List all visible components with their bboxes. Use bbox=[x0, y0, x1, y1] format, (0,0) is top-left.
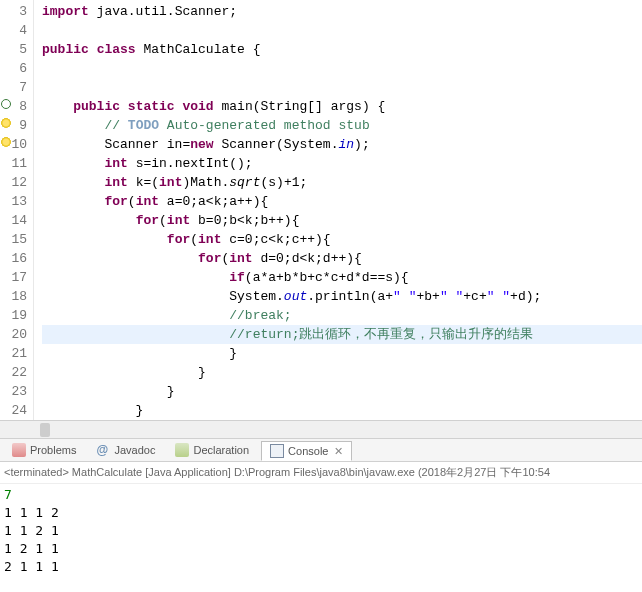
tab-problems[interactable]: Problems bbox=[4, 441, 84, 459]
line-number: 22 bbox=[0, 363, 33, 382]
lightbulb-icon bbox=[1, 118, 11, 128]
line-number-gutter: 3456789101112131415161718192021222324 bbox=[0, 0, 34, 420]
lightbulb-icon bbox=[1, 137, 11, 147]
line-number: 15 bbox=[0, 230, 33, 249]
line-number: 18 bbox=[0, 287, 33, 306]
views-tabbar[interactable]: Problems@JavadocDeclarationConsole✕ bbox=[0, 438, 642, 462]
override-marker-icon bbox=[1, 99, 11, 109]
horizontal-scrollbar[interactable] bbox=[0, 420, 642, 438]
code-line[interactable]: public static void main(String[] args) { bbox=[42, 97, 642, 116]
console-icon bbox=[270, 444, 284, 458]
line-number: 8 bbox=[0, 97, 33, 116]
console-input-line: 7 bbox=[4, 486, 638, 504]
code-line[interactable]: } bbox=[42, 382, 642, 401]
tab-label: Declaration bbox=[193, 444, 249, 456]
code-line[interactable]: public class MathCalculate { bbox=[42, 40, 642, 59]
problems-icon bbox=[12, 443, 26, 457]
tab-label: Problems bbox=[30, 444, 76, 456]
tab-label: Javadoc bbox=[114, 444, 155, 456]
console-output-line: 2 1 1 1 bbox=[4, 558, 638, 576]
declaration-icon bbox=[175, 443, 189, 457]
tab-javadoc[interactable]: @Javadoc bbox=[88, 441, 163, 459]
console-header: <terminated> MathCalculate [Java Applica… bbox=[0, 462, 642, 484]
line-number: 3 bbox=[0, 2, 33, 21]
line-number: 16 bbox=[0, 249, 33, 268]
line-number: 12 bbox=[0, 173, 33, 192]
console-output-line: 1 2 1 1 bbox=[4, 540, 638, 558]
scrollbar-thumb[interactable] bbox=[40, 423, 50, 437]
code-line[interactable] bbox=[42, 21, 642, 40]
line-number: 4 bbox=[0, 21, 33, 40]
console-output-line: 1 1 2 1 bbox=[4, 522, 638, 540]
code-line[interactable]: for(int d=0;d<k;d++){ bbox=[42, 249, 642, 268]
code-line[interactable] bbox=[42, 78, 642, 97]
line-number: 17 bbox=[0, 268, 33, 287]
code-line[interactable]: } bbox=[42, 401, 642, 420]
code-line[interactable]: //return;跳出循环，不再重复，只输出升序的结果 bbox=[42, 325, 642, 344]
line-number: 19 bbox=[0, 306, 33, 325]
line-number: 10 bbox=[0, 135, 33, 154]
code-editor[interactable]: 3456789101112131415161718192021222324 im… bbox=[0, 0, 642, 420]
line-number: 13 bbox=[0, 192, 33, 211]
code-line[interactable]: // TODO Auto-generated method stub bbox=[42, 116, 642, 135]
code-line[interactable]: } bbox=[42, 344, 642, 363]
code-line[interactable]: int k=(int)Math.sqrt(s)+1; bbox=[42, 173, 642, 192]
code-line[interactable]: } bbox=[42, 363, 642, 382]
code-line[interactable]: import java.util.Scanner; bbox=[42, 2, 642, 21]
line-number: 14 bbox=[0, 211, 33, 230]
line-number: 20 bbox=[0, 325, 33, 344]
code-line[interactable]: //break; bbox=[42, 306, 642, 325]
line-number: 11 bbox=[0, 154, 33, 173]
close-icon[interactable]: ✕ bbox=[334, 445, 343, 458]
code-line[interactable]: for(int c=0;c<k;c++){ bbox=[42, 230, 642, 249]
line-number: 7 bbox=[0, 78, 33, 97]
javadoc-icon: @ bbox=[96, 443, 110, 457]
code-area[interactable]: import java.util.Scanner;public class Ma… bbox=[34, 0, 642, 420]
code-line[interactable]: for(int a=0;a<k;a++){ bbox=[42, 192, 642, 211]
tab-label: Console bbox=[288, 445, 328, 457]
code-line[interactable]: int s=in.nextInt(); bbox=[42, 154, 642, 173]
console-output-line: 1 1 1 2 bbox=[4, 504, 638, 522]
line-number: 9 bbox=[0, 116, 33, 135]
tab-declaration[interactable]: Declaration bbox=[167, 441, 257, 459]
line-number: 23 bbox=[0, 382, 33, 401]
tab-console[interactable]: Console✕ bbox=[261, 441, 352, 461]
code-line[interactable] bbox=[42, 59, 642, 78]
line-number: 24 bbox=[0, 401, 33, 420]
line-number: 21 bbox=[0, 344, 33, 363]
console-output[interactable]: 71 1 1 21 1 2 11 2 1 12 1 1 1 bbox=[0, 484, 642, 578]
code-line[interactable]: Scanner in=new Scanner(System.in); bbox=[42, 135, 642, 154]
code-line[interactable]: if(a*a+b*b+c*c+d*d==s){ bbox=[42, 268, 642, 287]
line-number: 5 bbox=[0, 40, 33, 59]
code-line[interactable]: for(int b=0;b<k;b++){ bbox=[42, 211, 642, 230]
line-number: 6 bbox=[0, 59, 33, 78]
code-line[interactable]: System.out.println(a+" "+b+" "+c+" "+d); bbox=[42, 287, 642, 306]
